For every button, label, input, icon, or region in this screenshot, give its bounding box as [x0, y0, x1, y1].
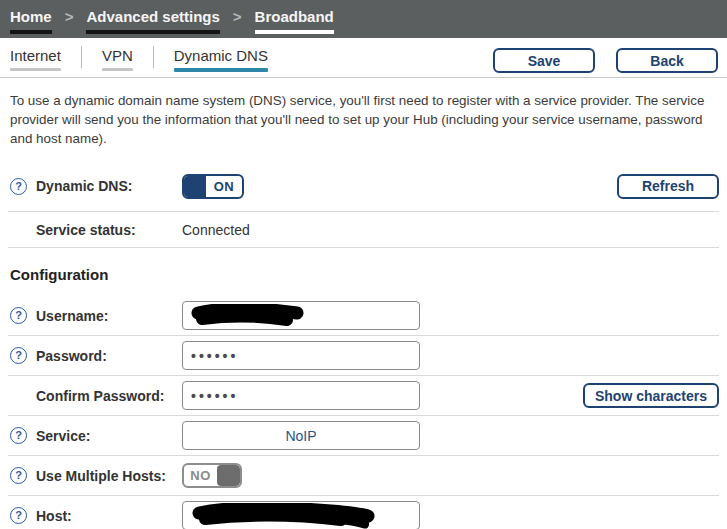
help-icon[interactable]: ?: [10, 507, 27, 524]
username-label: Username:: [36, 308, 182, 324]
toggle-knob: [184, 176, 206, 197]
row-dynamic-dns: ? Dynamic DNS: ON Refresh: [8, 161, 719, 212]
show-characters-button[interactable]: Show characters: [583, 383, 719, 408]
tab-underline: [10, 68, 61, 71]
configuration-heading: Configuration: [8, 248, 719, 296]
row-host: ? Host:: [8, 496, 719, 529]
help-icon[interactable]: ?: [10, 178, 27, 195]
row-username: ? Username:: [8, 296, 719, 336]
password-masked-value: ••••••: [191, 348, 238, 364]
row-service-status: Service status: Connected: [8, 212, 719, 248]
tab-vpn-label: VPN: [102, 48, 133, 63]
host-label: Host:: [36, 508, 182, 524]
refresh-button[interactable]: Refresh: [617, 174, 719, 199]
chevron-right-icon: >: [65, 9, 74, 24]
settings-form: ? Dynamic DNS: ON Refresh Service status…: [0, 161, 727, 529]
use-multiple-hosts-toggle[interactable]: NO: [182, 463, 242, 488]
help-icon[interactable]: ?: [10, 307, 27, 324]
tab-dynamic-dns-label: Dynamic DNS: [174, 48, 268, 63]
help-icon[interactable]: ?: [10, 347, 27, 364]
service-select[interactable]: NoIP: [182, 421, 420, 450]
help-icon[interactable]: ?: [10, 467, 27, 484]
confirm-password-label: Confirm Password:: [36, 388, 182, 404]
row-use-multiple-hosts: ? Use Multiple Hosts: NO: [8, 456, 719, 496]
username-input[interactable]: [182, 301, 420, 330]
help-icon[interactable]: ?: [10, 427, 27, 444]
toggle-state-label: ON: [206, 176, 242, 197]
tab-actions: Save Back: [493, 48, 718, 73]
dynamic-dns-toggle[interactable]: ON: [182, 174, 244, 199]
redaction-scribble: [191, 503, 383, 529]
host-input[interactable]: [182, 501, 420, 529]
back-button[interactable]: Back: [616, 48, 718, 73]
breadcrumb-broadband[interactable]: Broadband: [255, 9, 334, 34]
service-status-value: Connected: [182, 222, 250, 238]
tab-internet[interactable]: Internet: [10, 48, 61, 71]
confirm-password-input[interactable]: ••••••: [182, 381, 420, 410]
confirm-password-masked-value: ••••••: [191, 388, 238, 404]
tab-active-underline: [174, 68, 268, 72]
row-service: ? Service: NoIP: [8, 416, 719, 456]
tab-dynamic-dns[interactable]: Dynamic DNS: [174, 48, 268, 72]
toggle-knob: [217, 465, 240, 486]
breadcrumb: Home > Advanced settings > Broadband: [0, 0, 727, 38]
toggle-state-label: NO: [184, 465, 217, 486]
save-button[interactable]: Save: [493, 48, 595, 73]
breadcrumb-home[interactable]: Home: [10, 9, 52, 34]
tab-bar: Internet VPN Dynamic DNS Save Back: [0, 38, 727, 78]
chevron-right-icon: >: [233, 9, 242, 24]
intro-text: To use a dynamic domain name system (DNS…: [10, 91, 717, 148]
service-status-label: Service status:: [36, 222, 182, 238]
use-multiple-hosts-label: Use Multiple Hosts:: [36, 468, 182, 484]
password-label: Password:: [36, 348, 182, 364]
tab-separator: [153, 46, 154, 68]
row-confirm-password: Confirm Password: •••••• Show characters: [8, 376, 719, 416]
tab-separator: [81, 46, 82, 68]
tab-underline: [102, 68, 133, 71]
password-input[interactable]: ••••••: [182, 341, 420, 370]
row-password: ? Password: ••••••: [8, 336, 719, 376]
dynamic-dns-label: Dynamic DNS:: [36, 178, 182, 194]
tab-internet-label: Internet: [10, 48, 61, 63]
tab-vpn[interactable]: VPN: [102, 48, 133, 71]
redaction-scribble: [191, 304, 309, 328]
service-label: Service:: [36, 428, 182, 444]
breadcrumb-advanced-settings[interactable]: Advanced settings: [86, 9, 219, 34]
